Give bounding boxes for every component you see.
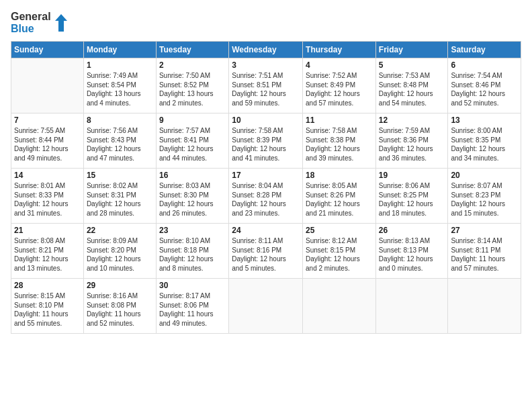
day-info: Sunrise: 8:12 AMSunset: 8:15 PMDaylight:…: [306, 236, 373, 273]
day-info: Sunrise: 8:09 AMSunset: 8:20 PMDaylight:…: [87, 236, 153, 273]
day-info: Sunrise: 8:01 AMSunset: 8:33 PMDaylight:…: [14, 181, 81, 218]
day-number: 21: [14, 226, 81, 235]
day-number: 10: [232, 116, 300, 125]
calendar-cell: 28Sunrise: 8:15 AMSunset: 8:10 PMDayligh…: [11, 279, 84, 334]
day-info: Sunrise: 7:54 AMSunset: 8:46 PMDaylight:…: [451, 71, 518, 107]
calendar-cell: 5Sunrise: 7:53 AMSunset: 8:48 PMDaylight…: [375, 58, 448, 113]
day-info: Sunrise: 8:05 AMSunset: 8:26 PMDaylight:…: [306, 181, 373, 218]
day-info: Sunrise: 8:17 AMSunset: 8:06 PMDaylight:…: [159, 291, 226, 328]
page-header: GeneralBlue: [11, 11, 521, 34]
weekday-sunday: Sunday: [11, 42, 84, 58]
calendar-cell: 13Sunrise: 8:00 AMSunset: 8:35 PMDayligh…: [448, 113, 521, 169]
week-row-1: 1Sunrise: 7:49 AMSunset: 8:54 PMDaylight…: [11, 58, 521, 113]
calendar-cell: 16Sunrise: 8:03 AMSunset: 8:30 PMDayligh…: [156, 169, 228, 224]
week-row-5: 28Sunrise: 8:15 AMSunset: 8:10 PMDayligh…: [11, 279, 521, 334]
calendar-body: 1Sunrise: 7:49 AMSunset: 8:54 PMDaylight…: [11, 58, 521, 334]
day-number: 15: [87, 171, 153, 180]
weekday-header: SundayMondayTuesdayWednesdayThursdayFrid…: [11, 42, 521, 58]
day-info: Sunrise: 8:08 AMSunset: 8:21 PMDaylight:…: [14, 236, 81, 273]
day-info: Sunrise: 8:15 AMSunset: 8:10 PMDaylight:…: [14, 291, 81, 328]
logo: GeneralBlue: [11, 11, 67, 34]
day-number: 5: [379, 60, 445, 70]
day-number: 26: [379, 226, 445, 235]
day-number: 24: [232, 226, 300, 235]
day-number: 17: [232, 171, 300, 180]
day-info: Sunrise: 7:56 AMSunset: 8:43 PMDaylight:…: [87, 126, 153, 163]
day-info: Sunrise: 8:14 AMSunset: 8:11 PMDaylight:…: [451, 236, 518, 273]
day-info: Sunrise: 8:06 AMSunset: 8:25 PMDaylight:…: [379, 181, 445, 218]
calendar-cell: [229, 279, 303, 334]
day-info: Sunrise: 7:58 AMSunset: 8:38 PMDaylight:…: [306, 126, 373, 163]
week-row-4: 21Sunrise: 8:08 AMSunset: 8:21 PMDayligh…: [11, 224, 521, 279]
day-number: 28: [14, 281, 81, 290]
logo-triangle-icon: [55, 14, 67, 32]
day-number: 2: [159, 60, 226, 70]
day-info: Sunrise: 7:57 AMSunset: 8:41 PMDaylight:…: [159, 126, 226, 163]
calendar-cell: 30Sunrise: 8:17 AMSunset: 8:06 PMDayligh…: [156, 279, 228, 334]
day-number: 23: [159, 226, 226, 235]
day-info: Sunrise: 8:04 AMSunset: 8:28 PMDaylight:…: [232, 181, 300, 218]
day-number: 13: [451, 116, 518, 125]
day-number: 11: [306, 116, 373, 125]
day-info: Sunrise: 7:52 AMSunset: 8:49 PMDaylight:…: [306, 71, 373, 107]
day-info: Sunrise: 8:11 AMSunset: 8:16 PMDaylight:…: [232, 236, 300, 273]
day-info: Sunrise: 7:55 AMSunset: 8:44 PMDaylight:…: [14, 126, 81, 163]
calendar-cell: 26Sunrise: 8:13 AMSunset: 8:13 PMDayligh…: [375, 224, 448, 279]
day-info: Sunrise: 8:07 AMSunset: 8:23 PMDaylight:…: [451, 181, 518, 218]
calendar-cell: 9Sunrise: 7:57 AMSunset: 8:41 PMDaylight…: [156, 113, 228, 169]
day-info: Sunrise: 8:00 AMSunset: 8:35 PMDaylight:…: [451, 126, 518, 163]
calendar-cell: 6Sunrise: 7:54 AMSunset: 8:46 PMDaylight…: [448, 58, 521, 113]
week-row-3: 14Sunrise: 8:01 AMSunset: 8:33 PMDayligh…: [11, 169, 521, 224]
calendar: SundayMondayTuesdayWednesdayThursdayFrid…: [11, 41, 521, 334]
day-number: 3: [232, 60, 300, 70]
calendar-cell: 11Sunrise: 7:58 AMSunset: 8:38 PMDayligh…: [303, 113, 376, 169]
day-number: 8: [87, 116, 153, 125]
calendar-cell: 15Sunrise: 8:02 AMSunset: 8:31 PMDayligh…: [83, 169, 156, 224]
day-info: Sunrise: 8:13 AMSunset: 8:13 PMDaylight:…: [379, 236, 445, 273]
day-number: 4: [306, 60, 373, 70]
day-number: 14: [14, 171, 81, 180]
calendar-cell: 24Sunrise: 8:11 AMSunset: 8:16 PMDayligh…: [229, 224, 303, 279]
calendar-cell: [375, 279, 448, 334]
calendar-cell: 29Sunrise: 8:16 AMSunset: 8:08 PMDayligh…: [83, 279, 156, 334]
day-info: Sunrise: 7:51 AMSunset: 8:51 PMDaylight:…: [232, 71, 300, 107]
calendar-cell: 17Sunrise: 8:04 AMSunset: 8:28 PMDayligh…: [229, 169, 303, 224]
day-number: 20: [451, 171, 518, 180]
day-info: Sunrise: 7:49 AMSunset: 8:54 PMDaylight:…: [87, 71, 153, 107]
weekday-thursday: Thursday: [303, 42, 376, 58]
calendar-cell: 3Sunrise: 7:51 AMSunset: 8:51 PMDaylight…: [229, 58, 303, 113]
day-number: 22: [87, 226, 153, 235]
day-info: Sunrise: 8:02 AMSunset: 8:31 PMDaylight:…: [87, 181, 153, 218]
weekday-wednesday: Wednesday: [229, 42, 303, 58]
day-number: 30: [159, 281, 226, 290]
calendar-cell: 2Sunrise: 7:50 AMSunset: 8:52 PMDaylight…: [156, 58, 228, 113]
calendar-cell: 18Sunrise: 8:05 AMSunset: 8:26 PMDayligh…: [303, 169, 376, 224]
calendar-cell: [11, 58, 84, 113]
calendar-cell: 20Sunrise: 8:07 AMSunset: 8:23 PMDayligh…: [448, 169, 521, 224]
day-number: 9: [159, 116, 226, 125]
day-info: Sunrise: 8:16 AMSunset: 8:08 PMDaylight:…: [87, 291, 153, 328]
day-info: Sunrise: 7:53 AMSunset: 8:48 PMDaylight:…: [379, 71, 445, 107]
day-number: 19: [379, 171, 445, 180]
week-row-2: 7Sunrise: 7:55 AMSunset: 8:44 PMDaylight…: [11, 113, 521, 169]
day-number: 6: [451, 60, 518, 70]
calendar-cell: 27Sunrise: 8:14 AMSunset: 8:11 PMDayligh…: [448, 224, 521, 279]
logo-wordmark: GeneralBlue: [11, 11, 51, 34]
calendar-cell: 14Sunrise: 8:01 AMSunset: 8:33 PMDayligh…: [11, 169, 84, 224]
svg-marker-0: [55, 14, 67, 32]
day-info: Sunrise: 7:58 AMSunset: 8:39 PMDaylight:…: [232, 126, 300, 163]
day-number: 25: [306, 226, 373, 235]
calendar-cell: [303, 279, 376, 334]
day-number: 18: [306, 171, 373, 180]
day-info: Sunrise: 8:10 AMSunset: 8:18 PMDaylight:…: [159, 236, 226, 273]
calendar-cell: [448, 279, 521, 334]
weekday-tuesday: Tuesday: [156, 42, 228, 58]
day-number: 1: [87, 60, 153, 70]
day-number: 16: [159, 171, 226, 180]
weekday-saturday: Saturday: [448, 42, 521, 58]
day-number: 12: [379, 116, 445, 125]
calendar-cell: 12Sunrise: 7:59 AMSunset: 8:36 PMDayligh…: [375, 113, 448, 169]
day-info: Sunrise: 7:50 AMSunset: 8:52 PMDaylight:…: [159, 71, 226, 107]
weekday-monday: Monday: [83, 42, 156, 58]
calendar-cell: 8Sunrise: 7:56 AMSunset: 8:43 PMDaylight…: [83, 113, 156, 169]
